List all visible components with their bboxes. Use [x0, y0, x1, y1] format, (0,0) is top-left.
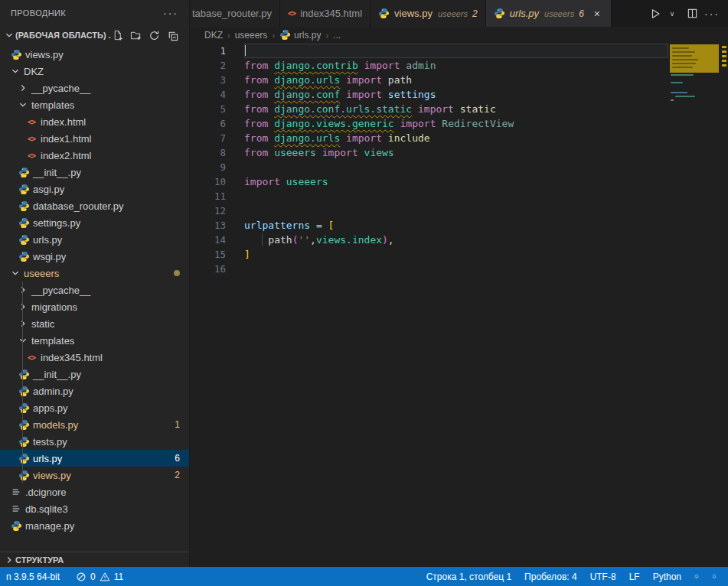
workspace-section-actions: [111, 29, 186, 41]
new-folder-icon[interactable]: [129, 29, 142, 41]
ellipsis-icon[interactable]: ···: [704, 5, 720, 22]
breadcrumb-item-urls-py[interactable]: urls.py: [279, 29, 321, 41]
minimap[interactable]: [670, 43, 720, 567]
tree-item-init-py[interactable]: __init__.py: [0, 164, 189, 181]
tree-item-static[interactable]: static: [0, 315, 189, 332]
tree-item-pycache[interactable]: __pycache__: [0, 80, 189, 96]
status-eol[interactable]: LF: [625, 568, 644, 584]
code-line-content: urlpatterns = [: [244, 218, 668, 233]
code-line-content: import useeers: [244, 174, 668, 189]
item-label: index2.html: [41, 150, 91, 161]
code-editor[interactable]: 12from django.contrib import admin3from …: [191, 43, 728, 567]
chevron-right-icon: [17, 301, 29, 313]
outline-section-title: СТРУКТУРА: [15, 555, 189, 565]
tree-item-tests-py[interactable]: tests.py: [0, 433, 189, 450]
code-line-content: [244, 262, 668, 276]
tree-item-asgi-py[interactable]: asgi.py: [0, 181, 189, 197]
html-icon: <>: [24, 351, 38, 363]
tree-item-migrations[interactable]: migrations: [0, 298, 189, 315]
tree-item-apps-py[interactable]: apps.py: [0, 399, 189, 416]
explorer-more-actions-icon[interactable]: ···: [163, 9, 178, 17]
code-line-11[interactable]: 11: [191, 189, 668, 203]
code-line-13[interactable]: 13urlpatterns = [: [191, 218, 668, 233]
split-editor-icon[interactable]: [684, 5, 700, 22]
workspace-section-title: (РАБОЧАЯ ОБЛАСТЬ) ...: [15, 31, 111, 40]
tree-item-db-sqlite3[interactable]: db.sqlite3: [0, 500, 189, 517]
status-python-version[interactable]: n 3.9.5 64-bit: [2, 568, 64, 584]
tree-item-models-py[interactable]: models.py1: [0, 416, 189, 433]
tree-item-templates[interactable]: templates: [0, 96, 189, 113]
tab-urls-py[interactable]: urls.pyuseeers6×: [486, 0, 612, 27]
code-line-5[interactable]: 5from django.conf.urls.static import sta…: [191, 102, 668, 116]
tree-item-templates[interactable]: templates: [0, 332, 189, 349]
code-line-16[interactable]: 16: [191, 262, 668, 276]
new-file-icon[interactable]: [111, 29, 123, 41]
tab-tabase-roouter-py[interactable]: tabase_roouter.py: [191, 0, 280, 27]
bell-icon[interactable]: [708, 571, 720, 583]
tab-views-py[interactable]: views.pyuseeers2: [371, 0, 486, 27]
tree-item-settings-py[interactable]: settings.py: [0, 214, 189, 231]
code-line-10[interactable]: 10import useeers: [191, 174, 668, 189]
item-label: templates: [31, 335, 74, 347]
code-line-8[interactable]: 8from useeers import views: [191, 145, 668, 160]
breadcrumb-item-[interactable]: ...: [333, 30, 341, 41]
tree-item-wsgi-py[interactable]: wsgi.py: [0, 248, 189, 265]
overview-ruler[interactable]: [720, 43, 728, 567]
status-encoding[interactable]: UTF-8: [586, 568, 620, 584]
code-line-7[interactable]: 7from django.urls import include: [191, 131, 668, 145]
status-bar-left: n 3.9.5 64-bit 0 11: [0, 568, 127, 584]
tree-item-dkz[interactable]: DKZ: [0, 63, 189, 80]
tree-item-index2-html[interactable]: <>index2.html: [0, 147, 189, 164]
tree-item-views-py[interactable]: views.py: [0, 46, 189, 63]
run-icon[interactable]: [647, 5, 664, 22]
code-line-content: from django.conf.urls.static import stat…: [244, 102, 668, 116]
tree-item-manage-py[interactable]: manage.py: [0, 517, 189, 534]
breadcrumb-item-useeers[interactable]: useeers: [235, 30, 268, 41]
chevron-down-icon[interactable]: ∨: [664, 5, 681, 22]
tree-item-init-py[interactable]: __init__.py: [0, 366, 189, 383]
line-number: 1: [191, 44, 226, 58]
code-line-4[interactable]: 4from django.conf import settings: [191, 87, 668, 102]
code-line-1[interactable]: 1: [191, 44, 668, 58]
tab-index345-html[interactable]: <>index345.html: [280, 0, 371, 27]
workspace-section-header[interactable]: (РАБОЧАЯ ОБЛАСТЬ) ...: [0, 26, 189, 44]
code-line-9[interactable]: 9: [191, 160, 668, 174]
tree-item-urls-py[interactable]: urls.py6: [0, 450, 189, 467]
tree-item-index-html[interactable]: <>index.html: [0, 113, 189, 130]
code-line-3[interactable]: 3from django.urls import path: [191, 73, 668, 87]
python-icon: [17, 452, 31, 464]
code-line-12[interactable]: 12: [191, 203, 668, 218]
refresh-icon[interactable]: [148, 29, 160, 41]
chevron-down-icon: [17, 99, 29, 111]
tab-label: urls.py: [510, 8, 539, 19]
tree-item-index1-html[interactable]: <>index1.html: [0, 130, 189, 147]
close-icon[interactable]: ×: [591, 8, 603, 20]
tree-item-pycache[interactable]: __pycache__: [0, 282, 189, 298]
breadcrumb-item-dkz[interactable]: DKZ: [204, 30, 223, 41]
item-label: .dcignore: [25, 487, 66, 498]
tree-item-database-roouter-py[interactable]: database_roouter.py: [0, 197, 189, 214]
status-cursor-position[interactable]: Строка 1, столбец 1: [423, 568, 515, 584]
tree-item-useeers[interactable]: useeers: [0, 265, 189, 282]
tree-item-index345-html[interactable]: <>index345.html: [0, 349, 189, 366]
explorer-title-row: ПРОВОДНИК ···: [0, 0, 189, 26]
code-line-14[interactable]: 14 path('',views.index),: [191, 233, 668, 247]
status-language[interactable]: Python: [649, 568, 685, 584]
explorer-title: ПРОВОДНИК: [11, 8, 163, 18]
line-number: 13: [191, 218, 226, 233]
outline-section-header[interactable]: СТРУКТУРА: [0, 552, 189, 567]
code-line-15[interactable]: 15]: [191, 247, 668, 262]
feedback-icon[interactable]: [690, 571, 703, 583]
tree-item-urls-py[interactable]: urls.py: [0, 231, 189, 248]
minimap-line: [672, 67, 693, 68]
tree-item-dcignore[interactable]: .dcignore: [0, 483, 189, 500]
collapse-all-icon[interactable]: [166, 29, 178, 41]
code-line-6[interactable]: 6from django.views.generic import Redire…: [191, 116, 668, 131]
tree-item-admin-py[interactable]: admin.py: [0, 383, 189, 399]
python-icon: [17, 385, 31, 397]
code-line-2[interactable]: 2from django.contrib import admin: [191, 58, 668, 73]
status-problems[interactable]: 0 11: [71, 568, 127, 584]
status-indentation[interactable]: Пробелов: 4: [521, 568, 581, 584]
tree-item-views-py[interactable]: views.py2: [0, 467, 189, 483]
item-label: models.py: [33, 419, 78, 431]
